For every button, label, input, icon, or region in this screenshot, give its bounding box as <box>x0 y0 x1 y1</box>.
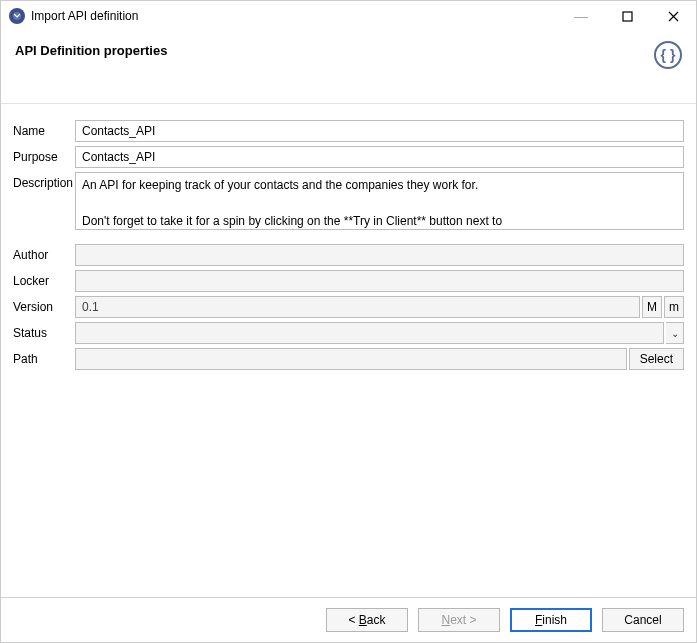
window-title: Import API definition <box>31 9 558 23</box>
back-button[interactable]: < Back <box>326 608 408 632</box>
name-label: Name <box>13 120 75 138</box>
version-major-button[interactable]: M <box>642 296 662 318</box>
description-label: Description <box>13 172 75 190</box>
finish-button[interactable]: Finish <box>510 608 592 632</box>
purpose-label: Purpose <box>13 146 75 164</box>
window-controls: — <box>558 1 696 31</box>
form-area: Name Purpose Description Author Locker V… <box>1 104 696 597</box>
locker-field <box>75 270 684 292</box>
chevron-down-icon: ⌄ <box>666 322 684 344</box>
close-button[interactable] <box>650 1 696 31</box>
status-value <box>75 322 664 344</box>
wizard-footer: < Back Next > Finish Cancel <box>1 597 696 642</box>
minimize-button[interactable]: — <box>558 1 604 31</box>
description-field[interactable] <box>75 172 684 230</box>
author-field <box>75 244 684 266</box>
locker-label: Locker <box>13 270 75 288</box>
purpose-field[interactable] <box>75 146 684 168</box>
wizard-header: API Definition properties { } <box>1 31 696 104</box>
path-field <box>75 348 627 370</box>
status-label: Status <box>13 322 75 340</box>
status-select[interactable]: ⌄ <box>75 322 684 344</box>
version-field: 0.1 <box>75 296 640 318</box>
path-select-button[interactable]: Select <box>629 348 684 370</box>
author-label: Author <box>13 244 75 262</box>
version-minor-button[interactable]: m <box>664 296 684 318</box>
api-braces-icon: { } <box>654 41 682 69</box>
version-label: Version <box>13 296 75 314</box>
cancel-button[interactable]: Cancel <box>602 608 684 632</box>
path-label: Path <box>13 348 75 366</box>
svg-point-0 <box>13 12 21 20</box>
maximize-button[interactable] <box>604 1 650 31</box>
app-icon <box>9 8 25 24</box>
page-title: API Definition properties <box>15 43 167 58</box>
titlebar: Import API definition — <box>1 1 696 31</box>
name-field[interactable] <box>75 120 684 142</box>
svg-rect-1 <box>623 12 632 21</box>
next-button: Next > <box>418 608 500 632</box>
